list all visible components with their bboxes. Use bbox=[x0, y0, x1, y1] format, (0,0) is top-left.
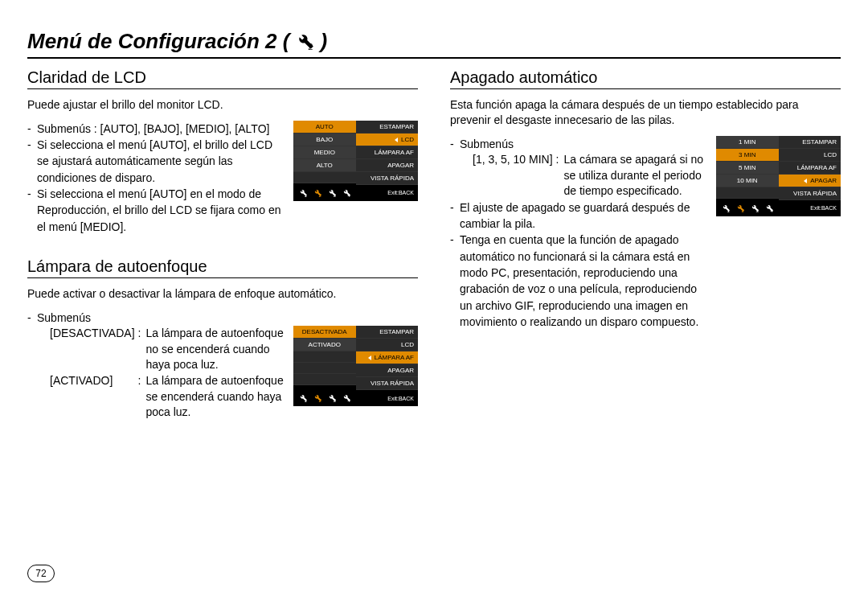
definition-list: [DESACTIVADA]:La lámpara de autoenfoque … bbox=[27, 326, 284, 421]
bullet-item: Si selecciona el menú [AUTO] en el modo … bbox=[37, 186, 284, 235]
wrench-1-icon: 1 bbox=[297, 392, 309, 404]
left-column: Claridad de LCD Puede ajustar el brillo … bbox=[27, 68, 418, 443]
osd-body: DESACTIVADAACTIVADOESTAMPARLCDLÁMPARA AF… bbox=[293, 326, 418, 390]
osd-right-col: ESTAMPARLCDLÁMPARA AFAPAGARVISTA RÁPIDA bbox=[356, 326, 419, 390]
wrench-2-icon: 2 bbox=[735, 203, 746, 214]
osd-left-col: 1 MIN3 MIN5 MIN10 MIN bbox=[716, 136, 779, 200]
osd-left-item: 1 MIN bbox=[716, 136, 779, 149]
submenu-label-row: -Submenús bbox=[27, 310, 418, 326]
def-key: [ACTIVADO] bbox=[50, 373, 138, 421]
def-key: [DESACTIVADA] bbox=[50, 326, 138, 373]
submenu-label: Submenús bbox=[460, 136, 706, 152]
osd-left-item: 10 MIN bbox=[716, 175, 779, 187]
svg-text:3: 3 bbox=[756, 208, 760, 212]
osd-right-item: APAGAR bbox=[779, 175, 841, 187]
svg-text:2: 2 bbox=[742, 208, 745, 212]
right-column: Apagado automático Esta función apaga la… bbox=[450, 68, 841, 443]
osd-empty bbox=[293, 363, 356, 374]
osd-empty bbox=[293, 351, 356, 363]
osd-right-item: APAGAR bbox=[356, 159, 419, 172]
wrench-4-icon: 4 bbox=[341, 187, 352, 199]
section-af-lamp: Lámpara de autoenfoque Puede activar o d… bbox=[27, 257, 418, 421]
osd-right-item: VISTA RÁPIDA bbox=[779, 187, 841, 200]
wrench-3-icon: 3 bbox=[749, 203, 760, 214]
svg-text:3: 3 bbox=[334, 192, 337, 197]
manual-page: Menú de Configuración 2 ( 2 ) Claridad d… bbox=[0, 0, 868, 600]
svg-text:4: 4 bbox=[348, 398, 351, 403]
svg-text:2: 2 bbox=[319, 398, 322, 403]
osd-footer: 1234Exit:BACK bbox=[716, 200, 841, 216]
svg-text:2: 2 bbox=[309, 41, 313, 50]
osd-right-item: LCD bbox=[779, 149, 841, 162]
osd-right-item: LÁMPARA AF bbox=[356, 146, 419, 159]
osd-right-item: VISTA RÁPIDA bbox=[356, 377, 419, 390]
page-number-badge: 72 bbox=[27, 565, 55, 582]
osd-menu-lcd: AUTOBAJOMEDIOALTOESTAMPARLCDLÁMPARA AFAP… bbox=[293, 121, 418, 201]
osd-exit-label: Exit:BACK bbox=[387, 396, 414, 401]
wrench-4-icon: 4 bbox=[764, 203, 775, 214]
osd-left-col: DESACTIVADAACTIVADO bbox=[293, 326, 356, 390]
osd-footer-icons: 1234 bbox=[297, 187, 352, 199]
wrench-1-icon: 1 bbox=[720, 203, 731, 214]
osd-menu-af: DESACTIVADAACTIVADOESTAMPARLCDLÁMPARA AF… bbox=[293, 326, 418, 406]
osd-right-item: ESTAMPAR bbox=[356, 326, 419, 339]
osd-footer: 1234Exit:BACK bbox=[293, 390, 418, 406]
osd-empty bbox=[293, 172, 356, 183]
bullet-item: El ajuste de apagado se guardará después… bbox=[460, 199, 706, 232]
bullet-list: -Submenús : [AUTO], [BAJO], [MEDIO], [AL… bbox=[27, 121, 284, 235]
def-val: La lámpara de autoenfoque no se encender… bbox=[145, 326, 284, 373]
wrench-1-icon: 1 bbox=[297, 187, 309, 199]
bullet-item: Submenús : [AUTO], [BAJO], [MEDIO], [ALT… bbox=[37, 121, 284, 137]
def-sep: : bbox=[138, 373, 146, 421]
osd-right-item: VISTA RÁPIDA bbox=[356, 172, 419, 185]
osd-left-item: ALTO bbox=[293, 159, 356, 172]
section-heading: Claridad de LCD bbox=[27, 68, 418, 89]
section-heading: Lámpara de autoenfoque bbox=[27, 257, 418, 278]
triangle-left-icon bbox=[395, 138, 398, 142]
svg-text:3: 3 bbox=[334, 398, 337, 403]
bullet-list: -Submenús [1, 3, 5, 10 MIN] : La cámara … bbox=[450, 136, 706, 330]
osd-left-item: ACTIVADO bbox=[293, 339, 356, 351]
osd-left-item: AUTO bbox=[293, 121, 356, 134]
osd-right-col: ESTAMPARLCDLÁMPARA AFAPAGARVISTA RÁPIDA bbox=[779, 136, 841, 200]
svg-text:1: 1 bbox=[727, 208, 731, 212]
osd-right-item: APAGAR bbox=[356, 364, 419, 377]
osd-right-item: LCD bbox=[356, 339, 419, 351]
osd-left-col: AUTOBAJOMEDIOALTO bbox=[293, 121, 356, 185]
wrench-2-icon: 2 bbox=[312, 392, 323, 404]
section-auto-off: Apagado automático Esta función apaga la… bbox=[450, 68, 841, 330]
osd-body: AUTOBAJOMEDIOALTOESTAMPARLCDLÁMPARA AFAP… bbox=[293, 121, 418, 185]
definition-table: [1, 3, 5, 10 MIN] : La cámara se apagará… bbox=[473, 152, 706, 199]
section-intro: Puede ajustar el brillo del monitor LCD. bbox=[27, 97, 418, 113]
osd-right-item: ESTAMPAR bbox=[356, 121, 419, 134]
osd-exit-label: Exit:BACK bbox=[810, 205, 837, 211]
content-with-osd: -Submenús : [AUTO], [BAJO], [MEDIO], [AL… bbox=[27, 121, 418, 235]
osd-footer-icons: 1234 bbox=[720, 203, 775, 214]
submenu-label: Submenús bbox=[37, 310, 418, 326]
osd-left-item: 5 MIN bbox=[716, 162, 779, 175]
wrench-2-icon: 2 bbox=[312, 187, 323, 199]
osd-exit-label: Exit:BACK bbox=[387, 190, 414, 195]
osd-footer: 1234Exit:BACK bbox=[293, 185, 418, 201]
page-title-part1: Menú de Configuración 2 ( bbox=[27, 29, 289, 54]
wrench-3-icon: 3 bbox=[326, 392, 338, 404]
osd-left-item: DESACTIVADA bbox=[293, 326, 356, 339]
osd-right-item: LÁMPARA AF bbox=[779, 162, 841, 175]
section-intro: Esta función apaga la cámara después de … bbox=[450, 97, 841, 128]
osd-menu-autooff: 1 MIN3 MIN5 MIN10 MINESTAMPARLCDLÁMPARA … bbox=[716, 136, 841, 216]
osd-left-item: BAJO bbox=[293, 134, 356, 146]
def-sep: : bbox=[138, 326, 146, 373]
svg-text:1: 1 bbox=[305, 192, 308, 197]
bullet-item: Tenga en cuenta que la función de apagad… bbox=[460, 232, 706, 330]
osd-left-item: 3 MIN bbox=[716, 149, 779, 162]
svg-text:4: 4 bbox=[771, 208, 774, 212]
osd-right-item: LÁMPARA AF bbox=[356, 351, 419, 364]
definition-table: [DESACTIVADA]:La lámpara de autoenfoque … bbox=[27, 326, 284, 421]
osd-body: 1 MIN3 MIN5 MIN10 MINESTAMPARLCDLÁMPARA … bbox=[716, 136, 841, 200]
two-column-layout: Claridad de LCD Puede ajustar el brillo … bbox=[27, 68, 841, 443]
def-val: La cámara se apagará si no se utiliza du… bbox=[564, 152, 707, 199]
triangle-left-icon bbox=[804, 179, 807, 183]
page-title-part2: ) bbox=[320, 29, 327, 54]
svg-text:1: 1 bbox=[305, 398, 308, 403]
section-lcd-brightness: Claridad de LCD Puede ajustar el brillo … bbox=[27, 68, 418, 235]
